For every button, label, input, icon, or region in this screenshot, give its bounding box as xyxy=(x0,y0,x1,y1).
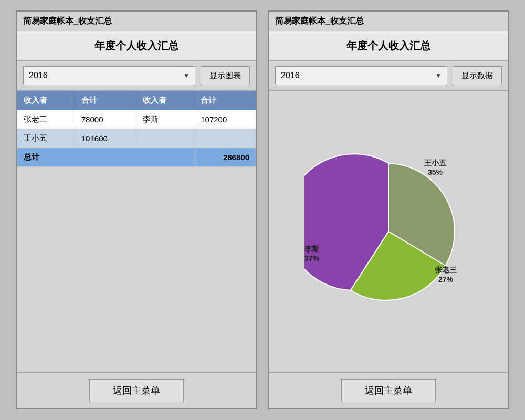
pie-chart-svg xyxy=(304,148,472,316)
cell-r2c4 xyxy=(194,129,256,148)
right-controls: 2016 ▼ 显示数据 xyxy=(269,61,508,91)
pie-chart: 王小五35% 张老三27% 李斯37% xyxy=(304,148,472,316)
chart-area: 王小五35% 张老三27% 李斯37% xyxy=(269,91,508,372)
total-row: 总计 286800 xyxy=(17,148,256,167)
back-main-button-left[interactable]: 返回主菜单 xyxy=(89,379,184,402)
cell-r2c3 xyxy=(136,129,194,148)
left-panel: 简易家庭帐本_收支汇总 年度个人收入汇总 2016 ▼ 显示图表 收入者 合计 … xyxy=(16,10,257,410)
cell-r2c2: 101600 xyxy=(75,129,136,148)
right-panel: 简易家庭帐本_收支汇总 年度个人收入汇总 2016 ▼ 显示数据 xyxy=(268,10,509,410)
income-table: 收入者 合计 收入者 合计 张老三 78000 李斯 107200 王小五 10… xyxy=(17,91,256,167)
left-header: 年度个人收入汇总 xyxy=(17,32,256,61)
back-main-button-right[interactable]: 返回主菜单 xyxy=(341,379,436,402)
chevron-down-icon: ▼ xyxy=(183,72,190,79)
show-chart-button[interactable]: 显示图表 xyxy=(201,66,250,85)
table-row: 张老三 78000 李斯 107200 xyxy=(17,110,256,129)
pie-label-zhanglaosan: 张老三27% xyxy=(435,265,457,284)
col2-header: 合计 xyxy=(75,91,136,110)
cell-r1c3: 李斯 xyxy=(136,110,194,129)
left-title: 简易家庭帐本_收支汇总 xyxy=(17,12,256,32)
total-label: 总计 xyxy=(17,148,194,167)
right-header: 年度个人收入汇总 xyxy=(269,32,508,61)
table-header-row: 收入者 合计 收入者 合计 xyxy=(17,91,256,110)
total-value: 286800 xyxy=(194,148,256,167)
show-data-button[interactable]: 显示数据 xyxy=(453,66,502,85)
income-table-area: 收入者 合计 收入者 合计 张老三 78000 李斯 107200 王小五 10… xyxy=(17,91,256,372)
col3-header: 收入者 xyxy=(136,91,194,110)
year-dropdown-right[interactable]: 2016 ▼ xyxy=(275,66,447,85)
table-row: 王小五 101600 xyxy=(17,129,256,148)
pie-label-lisi: 李斯37% xyxy=(304,244,319,263)
cell-r1c2: 78000 xyxy=(75,110,136,129)
col1-header: 收入者 xyxy=(17,91,75,110)
cell-r1c1: 张老三 xyxy=(17,110,75,129)
year-dropdown-left[interactable]: 2016 ▼ xyxy=(23,66,195,85)
cell-r1c4: 107200 xyxy=(194,110,256,129)
left-footer: 返回主菜单 xyxy=(17,372,256,408)
pie-label-wangxiaowu: 王小五35% xyxy=(424,158,446,177)
cell-r2c1: 王小五 xyxy=(17,129,75,148)
right-title: 简易家庭帐本_收支汇总 xyxy=(269,12,508,32)
left-controls: 2016 ▼ 显示图表 xyxy=(17,61,256,91)
year-value-right: 2016 xyxy=(281,71,300,80)
right-footer: 返回主菜单 xyxy=(269,372,508,408)
year-value-left: 2016 xyxy=(29,71,48,80)
chevron-down-icon: ▼ xyxy=(435,72,442,79)
col4-header: 合计 xyxy=(194,91,256,110)
